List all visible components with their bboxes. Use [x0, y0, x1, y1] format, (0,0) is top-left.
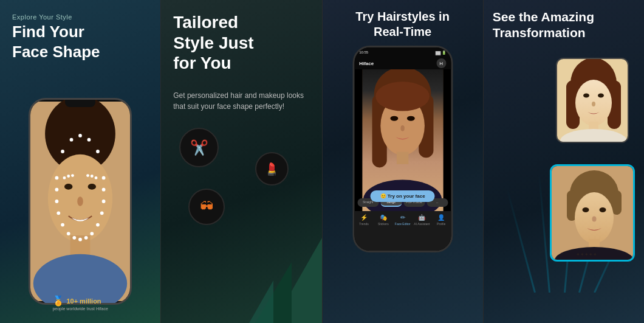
svg-point-26 [87, 138, 91, 142]
svg-point-30 [71, 174, 74, 177]
badge-sub: people worldwide trust Hiface [52, 307, 108, 311]
svg-rect-59 [612, 190, 622, 215]
after-portrait-svg: ✦✦✦✦✦ [552, 166, 635, 262]
sunglasses-icon: 🕶 [200, 199, 213, 215]
title-line1: Find Your [12, 23, 84, 41]
phone-mockup-1 [29, 98, 132, 305]
svg-point-13 [67, 232, 70, 235]
tab-trends[interactable]: ⚡ Trends [354, 214, 374, 226]
panel4-title: See the Amazing Transformation [493, 9, 635, 41]
svg-point-32 [91, 175, 94, 178]
title-line1: Tailored [173, 13, 238, 32]
ai-label: AI Assistant [414, 222, 430, 226]
svg-point-17 [91, 232, 94, 235]
scissors-icon: ✂️ [190, 139, 208, 156]
panel2-description: Get personalized hair and makeup looks t… [173, 90, 309, 112]
svg-point-11 [57, 211, 61, 215]
tab-stickers[interactable]: 🎭 Stickers [374, 214, 393, 226]
panel4-title-line1: See the Amazing [493, 10, 594, 24]
before-portrait-svg [557, 59, 629, 143]
svg-point-52 [598, 94, 604, 98]
scissors-icon-circle: ✂️ [179, 128, 219, 167]
stickers-label: Stickers [378, 222, 389, 226]
svg-point-53 [592, 102, 595, 106]
svg-point-43 [400, 125, 404, 131]
svg-point-19 [100, 211, 104, 215]
ai-icon: 🤖 [418, 214, 425, 221]
panel1-title: Find Your Face Shape [12, 22, 100, 61]
panel4-title-line2: Transformation [493, 26, 586, 40]
panel3-title-line2: Real-Time [374, 25, 431, 38]
svg-point-24 [70, 138, 74, 142]
badge-count: 10+ million [66, 297, 101, 305]
svg-text:✦✦✦✦✦: ✦✦✦✦✦ [576, 252, 597, 257]
profile-icon: 👤 [437, 214, 445, 221]
svg-point-5 [64, 184, 73, 190]
svg-point-8 [55, 176, 59, 180]
makeup-icon: 💄 [264, 162, 279, 176]
panel-find-face-shape: Explore Your Style Find Your Face Shape [0, 0, 160, 323]
svg-point-61 [583, 207, 589, 212]
svg-point-14 [73, 236, 77, 240]
svg-point-23 [61, 150, 64, 153]
panel-tailored-style: Tailored Style Just for You Get personal… [160, 0, 321, 323]
svg-point-7 [77, 196, 83, 206]
app-name: Hiface [359, 61, 374, 66]
svg-point-25 [78, 134, 82, 137]
title-line2: Style Just [173, 33, 253, 52]
trends-label: Trends [359, 222, 368, 226]
svg-point-31 [86, 174, 89, 177]
title-line3: for You [173, 54, 231, 72]
sunglasses-icon-circle: 🕶 [188, 189, 225, 225]
svg-point-18 [96, 223, 100, 227]
panel2-title: Tailored Style Just for You [173, 12, 253, 74]
svg-point-29 [67, 175, 70, 178]
svg-point-20 [102, 200, 106, 203]
svg-point-62 [600, 207, 606, 212]
explore-label: Explore Your Style [12, 13, 72, 21]
svg-point-16 [84, 236, 88, 240]
panel-try-hairstyles: Try Hairstyles in Real-Time 10:55 ▓▓ 🔋 H… [322, 0, 483, 323]
panel-transformation: See the Amazing Transformation [483, 0, 644, 323]
makeup-icon-circle: 💄 [255, 152, 289, 186]
svg-point-10 [55, 200, 59, 203]
tab-ai[interactable]: 🤖 AI Assistant [413, 214, 432, 226]
svg-point-40 [375, 82, 430, 111]
phone-notch [65, 100, 95, 107]
tab-profile[interactable]: 👤 Profile [431, 214, 451, 226]
svg-point-15 [78, 238, 82, 241]
time-display: 10:55 [359, 50, 368, 54]
svg-point-27 [96, 150, 100, 153]
phone-bottom-nav: ⚡ Trends 🎭 Stickers ✏ Face Editor 🤖 AI A… [354, 211, 451, 251]
svg-point-28 [63, 176, 66, 179]
phone-status-bar: 10:55 ▓▓ 🔋 [354, 47, 451, 57]
svg-point-12 [61, 223, 64, 227]
svg-point-33 [95, 176, 98, 179]
face-editor-icon: ✏ [400, 214, 405, 221]
title-line2: Face Shape [12, 43, 100, 61]
face-svg [30, 100, 130, 303]
million-badge: 🏅 10+ million people worldwide trust Hif… [52, 295, 108, 311]
stickers-icon: 🎭 [380, 214, 387, 221]
battery-icon: ▓▓ 🔋 [436, 50, 446, 55]
phone-frame-1 [29, 98, 132, 305]
svg-point-21 [102, 188, 106, 192]
panel3-title-line1: Try Hairstyles in [355, 10, 450, 23]
app-header: Hiface H [354, 57, 451, 69]
app-icon: H [436, 58, 446, 68]
phone-mockup-3: 10:55 ▓▓ 🔋 Hiface H [352, 46, 453, 252]
tab-face-editor[interactable]: ✏ Face Editor [393, 214, 413, 226]
panel3-title: Try Hairstyles in Real-Time [336, 9, 470, 40]
trends-icon: ⚡ [360, 214, 368, 221]
portrait-before [556, 58, 629, 143]
svg-point-9 [55, 188, 59, 192]
svg-point-41 [390, 116, 398, 121]
face-editor-label: Face Editor [395, 222, 411, 226]
svg-point-6 [88, 184, 97, 190]
svg-point-63 [592, 217, 597, 222]
try-on-face-button[interactable]: 😊 Try on your face [371, 190, 435, 202]
svg-rect-44 [397, 152, 408, 164]
teal-triangle-3 [249, 280, 273, 323]
svg-point-42 [406, 116, 414, 121]
portrait-after: ✦✦✦✦✦ [550, 164, 635, 262]
